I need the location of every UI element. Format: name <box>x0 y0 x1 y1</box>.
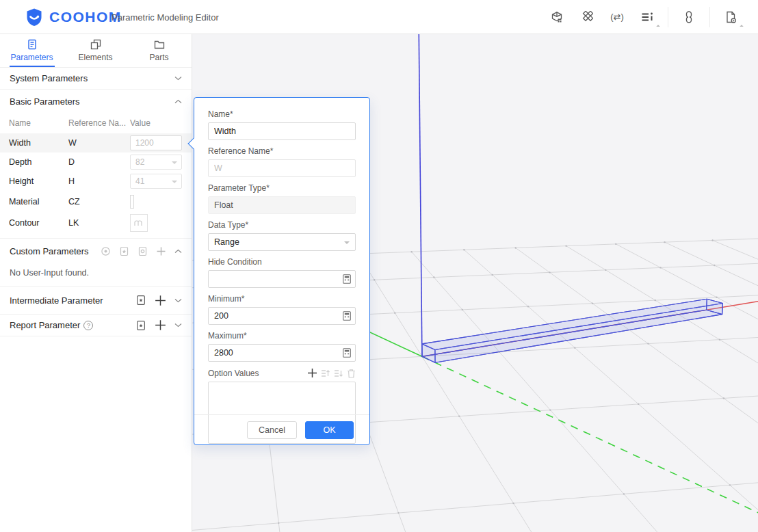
section-label: Basic Parameters <box>10 96 80 107</box>
table-row-contour[interactable]: Contour LK <box>0 212 192 233</box>
swap-icon[interactable]: (⇄) <box>602 0 632 34</box>
height-value-select[interactable]: 41 <box>130 174 182 189</box>
brand-text: COOHOM <box>49 9 122 25</box>
reference-name-label: Reference Name* <box>208 146 356 156</box>
parameter-type-label: Parameter Type* <box>208 183 356 193</box>
chevron-down-icon[interactable] <box>174 298 182 303</box>
reference-name-input[interactable] <box>208 159 356 177</box>
active-tab-underline <box>10 66 55 67</box>
coohom-shield-icon <box>25 8 44 27</box>
name-label: Name* <box>208 109 356 119</box>
import-doc-circle-icon[interactable] <box>138 246 148 256</box>
export-doc-icon[interactable] <box>716 0 746 34</box>
section-custom-parameters[interactable]: Custom Parameters <box>0 241 192 261</box>
page-title: Parametric Modeling Editor <box>112 0 219 34</box>
section-basic-parameters[interactable]: Basic Parameters <box>0 90 192 113</box>
help-icon[interactable] <box>83 321 93 330</box>
add-intermediate-parameter-icon[interactable] <box>155 295 166 306</box>
select-caret-icon <box>344 241 350 244</box>
section-label: Custom Parameters <box>10 246 89 256</box>
chevron-up-icon[interactable] <box>174 249 182 254</box>
table-row-height[interactable]: Height H 41 <box>0 172 192 191</box>
tab-label: Parameters <box>10 53 53 62</box>
formula-icon[interactable] <box>343 274 351 287</box>
chevron-down-icon <box>174 76 182 81</box>
width-value-input[interactable] <box>130 135 182 150</box>
select-caret-icon <box>172 161 177 164</box>
divider <box>0 336 192 336</box>
contour-swatch[interactable] <box>130 214 148 232</box>
minimum-input[interactable] <box>208 307 356 325</box>
app-header: COOHOM Parametric Modeling Editor (⇄) <box>0 0 758 34</box>
link-icon[interactable] <box>674 0 704 34</box>
add-report-parameter-icon[interactable] <box>155 319 166 331</box>
bom-list-icon[interactable] <box>632 0 662 34</box>
panel-tabs: Parameters Elements Parts <box>0 34 192 68</box>
divider <box>0 238 192 239</box>
minimum-label: Minimum* <box>208 294 356 304</box>
chevron-down-icon[interactable] <box>174 323 182 328</box>
data-type-label: Data Type* <box>208 220 356 230</box>
section-label: System Parameters <box>10 73 88 83</box>
header-toolbar: (⇄) <box>542 0 746 34</box>
maximum-label: Maximum* <box>208 331 356 341</box>
tab-label: Elements <box>78 53 112 62</box>
dropdown-caret-icon <box>740 25 744 29</box>
table-row-material[interactable]: Material CZ <box>0 191 192 212</box>
import-doc-star-icon[interactable] <box>135 295 146 306</box>
model-library-icon[interactable] <box>542 0 572 34</box>
hide-condition-label: Hide Condition <box>208 257 356 267</box>
material-icon[interactable] <box>572 0 602 34</box>
option-values-label: Option Values <box>208 369 259 378</box>
parts-folder-icon <box>154 39 165 50</box>
param-table-header: Name Reference Na... Value <box>0 113 192 133</box>
target-icon[interactable] <box>101 246 111 256</box>
import-doc-star-icon[interactable] <box>119 246 129 256</box>
formula-icon[interactable] <box>343 311 351 323</box>
select-caret-icon <box>172 181 177 183</box>
formula-icon[interactable] <box>343 348 351 360</box>
section-intermediate-parameter[interactable]: Intermediate Parameter <box>0 287 192 314</box>
toolbar-separator <box>668 7 668 27</box>
elements-layers-icon <box>90 39 101 50</box>
contour-profile-icon <box>133 217 145 229</box>
import-doc-star-icon[interactable] <box>135 320 146 331</box>
left-panel: Parameters Elements Parts System Paramet… <box>0 34 192 532</box>
tab-parts[interactable]: Parts <box>127 34 191 67</box>
delete-option-icon[interactable] <box>347 369 356 378</box>
toolbar-separator <box>709 7 710 27</box>
cancel-button[interactable]: Cancel <box>247 421 297 439</box>
section-label: Intermediate Parameter <box>10 295 103 306</box>
table-row-width[interactable]: Width W <box>0 133 192 152</box>
ok-button[interactable]: OK <box>305 421 354 439</box>
data-type-select[interactable]: Range <box>208 233 356 251</box>
coohom-logo[interactable]: COOHOM <box>25 7 122 27</box>
parameter-type-value: Float <box>208 196 356 214</box>
edit-parameter-dialog: Name* Reference Name* Parameter Type* Fl… <box>194 97 370 445</box>
tab-label: Parts <box>149 53 168 62</box>
section-system-parameters[interactable]: System Parameters <box>0 68 192 90</box>
section-report-parameter[interactable]: Report Parameter <box>0 315 192 336</box>
material-swatch[interactable] <box>130 195 134 209</box>
move-option-down-icon[interactable] <box>334 369 343 378</box>
col-name: Name <box>9 118 68 128</box>
move-option-up-icon[interactable] <box>321 369 330 378</box>
maximum-input[interactable] <box>208 344 356 362</box>
section-label: Report Parameter <box>10 320 80 330</box>
custom-parameters-empty-text: No User-Input found. <box>0 261 192 286</box>
tab-elements[interactable]: Elements <box>64 34 127 67</box>
tab-parameters[interactable]: Parameters <box>0 34 64 67</box>
add-option-icon[interactable] <box>307 368 317 378</box>
table-row-depth[interactable]: Depth D 82 <box>0 152 192 172</box>
chevron-up-icon <box>174 99 182 104</box>
add-custom-parameter-icon[interactable] <box>156 246 166 256</box>
dropdown-caret-icon <box>656 25 660 29</box>
name-input[interactable] <box>208 122 356 140</box>
dialog-footer: Cancel OK <box>194 414 369 444</box>
col-value: Value <box>130 118 183 128</box>
depth-value-select[interactable]: 82 <box>130 155 182 170</box>
parameters-doc-icon <box>27 39 38 50</box>
hide-condition-input[interactable] <box>208 270 356 288</box>
col-reference-name: Reference Na... <box>68 118 130 128</box>
